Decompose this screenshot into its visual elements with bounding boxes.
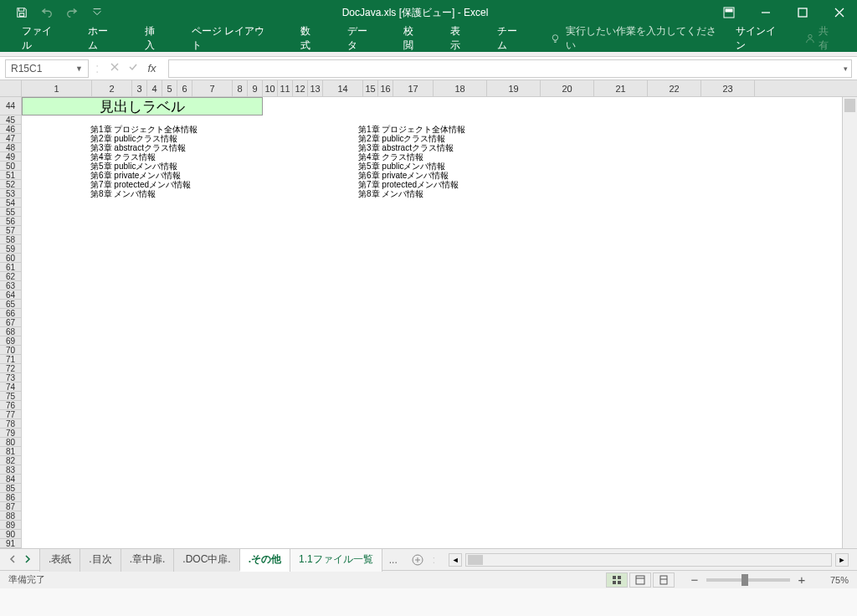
list-item[interactable]: 第5章 publicメンバ情報 (90, 162, 198, 171)
row-header[interactable]: 89 (0, 521, 21, 530)
sheet-tab[interactable]: .目次 (80, 548, 121, 572)
row-header[interactable]: 77 (0, 410, 21, 419)
normal-view-button[interactable] (606, 572, 628, 588)
zoom-in-button[interactable]: + (795, 574, 808, 586)
vertical-scrollbar[interactable] (842, 97, 857, 548)
row-header[interactable]: 61 (0, 263, 21, 272)
tab-file[interactable]: ファイル (8, 19, 74, 58)
row-header[interactable]: 49 (0, 152, 21, 162)
row-header[interactable]: 79 (0, 429, 21, 438)
row-header[interactable]: 51 (0, 171, 21, 180)
row-header[interactable]: 81 (0, 447, 21, 456)
row-header[interactable]: 88 (0, 511, 21, 521)
column-header[interactable]: 8 (233, 80, 248, 96)
row-header[interactable]: 87 (0, 502, 21, 511)
enter-formula-icon[interactable] (124, 62, 142, 74)
row-header[interactable]: 84 (0, 475, 21, 484)
tab-home[interactable]: ホーム (74, 19, 131, 58)
formula-input[interactable]: ▾ (168, 59, 852, 78)
sheet-tab[interactable]: .その他 (239, 548, 290, 572)
row-header[interactable]: 62 (0, 272, 21, 281)
column-header[interactable]: 4 (147, 80, 162, 96)
row-header[interactable]: 78 (0, 419, 21, 429)
hscroll-thumb[interactable] (468, 555, 483, 565)
cancel-formula-icon[interactable] (105, 62, 124, 74)
list-item[interactable]: 第8章 メンバ情報 (90, 189, 198, 198)
row-header[interactable]: 73 (0, 373, 21, 382)
row-header[interactable]: 52 (0, 180, 21, 189)
row-header[interactable]: 47 (0, 134, 21, 143)
page-layout-view-button[interactable] (629, 572, 651, 588)
list-item[interactable]: 第3章 abstractクラス情報 (90, 143, 198, 152)
column-header[interactable]: 5 (162, 80, 177, 96)
name-box[interactable]: R15C1 ▼ (5, 59, 89, 78)
row-header[interactable]: 72 (0, 364, 21, 373)
undo-icon[interactable] (37, 3, 57, 22)
sheet-nav-next-icon[interactable] (23, 555, 32, 565)
list-item[interactable]: 第8章 メンバ情報 (358, 189, 465, 198)
row-header[interactable]: 86 (0, 493, 21, 502)
cells-area[interactable]: 見出しラベル 第1章 プロジェクト全体情報第2章 publicクラス情報第3章 … (22, 97, 842, 548)
column-header[interactable]: 20 (541, 80, 594, 96)
zoom-out-button[interactable]: − (688, 574, 701, 586)
list-item[interactable]: 第3章 abstractクラス情報 (358, 143, 465, 152)
close-icon[interactable] (827, 3, 852, 22)
hscroll-track[interactable] (465, 553, 832, 567)
tab-review[interactable]: 校閲 (390, 19, 437, 58)
column-header[interactable]: 6 (177, 80, 192, 96)
row-header[interactable]: 46 (0, 125, 21, 134)
minimize-icon[interactable] (753, 3, 778, 22)
row-header[interactable]: 91 (0, 539, 21, 548)
sheet-tab[interactable]: 1.1ファイル一覧 (290, 548, 382, 572)
tab-insert[interactable]: 挿入 (131, 19, 178, 58)
row-header[interactable]: 58 (0, 235, 21, 244)
ribbon-display-options-icon[interactable] (716, 3, 742, 22)
row-header[interactable]: 50 (0, 162, 21, 171)
sheet-tabs-more[interactable]: ... (382, 551, 404, 569)
row-header[interactable]: 54 (0, 198, 21, 208)
row-header[interactable]: 63 (0, 281, 21, 290)
row-header[interactable]: 68 (0, 327, 21, 336)
list-item[interactable]: 第7章 protectedメンバ情報 (90, 180, 198, 189)
sign-in-link[interactable]: サインイン (726, 24, 796, 53)
row-header[interactable]: 66 (0, 309, 21, 318)
tab-formulas[interactable]: 数式 (287, 19, 334, 58)
row-header[interactable]: 69 (0, 336, 21, 346)
row-header[interactable]: 90 (0, 530, 21, 539)
zoom-slider[interactable] (706, 578, 790, 582)
list-item[interactable]: 第2章 publicクラス情報 (358, 134, 465, 143)
row-header[interactable]: 83 (0, 465, 21, 475)
column-header[interactable]: 10 (263, 80, 278, 96)
column-header[interactable]: 22 (648, 80, 701, 96)
tab-data[interactable]: データ (334, 19, 391, 58)
row-header[interactable]: 64 (0, 290, 21, 300)
list-item[interactable]: 第6章 privateメンバ情報 (358, 171, 465, 180)
row-header[interactable]: 44 (0, 97, 21, 116)
column-header[interactable]: 13 (308, 80, 323, 96)
column-header[interactable]: 19 (487, 80, 541, 96)
formula-expand-icon[interactable]: ▾ (844, 64, 848, 73)
row-header[interactable]: 48 (0, 143, 21, 152)
tab-pagelayout[interactable]: ページ レイアウト (178, 19, 287, 58)
list-item[interactable]: 第5章 publicメンバ情報 (358, 162, 465, 171)
list-item[interactable]: 第4章 クラス情報 (90, 152, 198, 162)
row-header[interactable]: 70 (0, 346, 21, 355)
row-header[interactable]: 82 (0, 456, 21, 465)
chevron-down-icon[interactable]: ▼ (75, 64, 83, 73)
column-header[interactable]: 23 (701, 80, 755, 96)
row-header[interactable]: 45 (0, 116, 21, 125)
insert-function-button[interactable]: fx (142, 62, 161, 74)
column-header[interactable]: 9 (248, 80, 263, 96)
header-label-cell[interactable]: 見出しラベル (22, 97, 263, 116)
zoom-slider-thumb[interactable] (742, 574, 748, 586)
zoom-value[interactable]: 75% (813, 575, 849, 585)
list-item[interactable]: 第6章 privateメンバ情報 (90, 171, 198, 180)
qat-customize-icon[interactable] (87, 3, 107, 22)
column-header[interactable]: 16 (378, 80, 393, 96)
list-item[interactable]: 第7章 protectedメンバ情報 (358, 180, 465, 189)
save-icon[interactable] (12, 3, 32, 22)
row-header[interactable]: 65 (0, 300, 21, 309)
page-break-view-button[interactable] (653, 572, 675, 588)
list-item[interactable]: 第1章 プロジェクト全体情報 (358, 125, 465, 134)
row-header[interactable]: 80 (0, 438, 21, 447)
